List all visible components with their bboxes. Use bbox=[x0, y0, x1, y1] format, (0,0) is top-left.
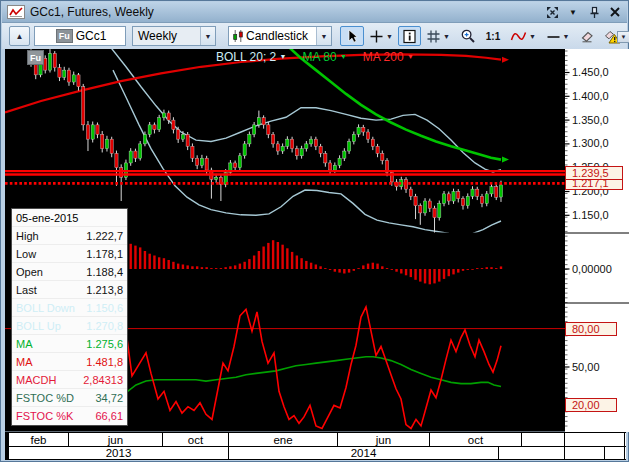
chart-style-value: Candlestick bbox=[246, 29, 316, 43]
chart-style-dropdown-arrow-icon: ▼ bbox=[316, 27, 331, 45]
month-row: febjunoctenejunoct bbox=[5, 432, 626, 447]
tooltip-row: Low1.178,1 bbox=[12, 245, 127, 263]
panel-scroll-button[interactable]: ▼ bbox=[617, 31, 629, 43]
tooltip-value: 1.213,8 bbox=[86, 281, 123, 298]
indicator-squiggle-icon bbox=[510, 29, 527, 43]
tooltip-label: BOLL Down bbox=[16, 299, 75, 316]
crosshair-icon bbox=[369, 29, 384, 44]
tooltip-value: 1.481,8 bbox=[86, 353, 123, 370]
macd-zero-label: 0,00000 bbox=[572, 263, 612, 275]
year-cell: 2013 bbox=[9, 447, 229, 459]
line-tool-button[interactable]: ▼ bbox=[542, 26, 573, 46]
tooltip-value: 66,61 bbox=[95, 407, 123, 425]
tooltip-row: MA1.275,6 bbox=[12, 335, 127, 353]
eraser-tool-button[interactable] bbox=[576, 26, 598, 46]
month-cell bbox=[522, 433, 565, 446]
grid-tool-button[interactable]: ▼ bbox=[423, 26, 453, 46]
price-tick-label: 1.450,0 bbox=[572, 66, 609, 78]
tooltip-value: 1.270,8 bbox=[86, 317, 123, 334]
app-chart-icon bbox=[7, 5, 25, 19]
alert-price-label[interactable]: 1.239,5 bbox=[565, 166, 623, 180]
tooltip-value: 1.188,4 bbox=[86, 263, 123, 280]
boll-dropdown-arrow-icon: ▼ bbox=[280, 53, 287, 60]
legend-ma200[interactable]: MA 200 ▼ bbox=[363, 50, 414, 64]
pin-icon[interactable] bbox=[585, 4, 603, 20]
tooltip-label: Open bbox=[16, 263, 43, 280]
one-to-one-button[interactable]: 1:1 bbox=[481, 26, 505, 46]
price-tick-label: 1.150,0 bbox=[572, 209, 609, 221]
period-value: Weekly bbox=[133, 29, 200, 43]
legend-ma80[interactable]: MA 80 ▼ bbox=[303, 50, 347, 64]
year-cell bbox=[499, 447, 565, 459]
tooltip-label: MA bbox=[16, 353, 33, 370]
symbol-input[interactable]: Fu GCc1 bbox=[34, 26, 126, 46]
tooltip-label: MA bbox=[16, 335, 33, 352]
tooltip-value: 1.178,1 bbox=[86, 245, 123, 262]
year-cell: 2014 bbox=[229, 447, 499, 459]
ma200-dropdown-arrow-icon: ▼ bbox=[407, 53, 414, 60]
chart-area[interactable]: BOLL 20; 2 ▼ MA 80 ▼ MA 200 ▼ Fu 05-ene-… bbox=[1, 49, 629, 462]
tooltip-date-row: 05-ene-2015 bbox=[12, 209, 127, 227]
tooltip-row: MA1.481,8 bbox=[12, 353, 127, 371]
collapse-toolbar-button[interactable]: ▲ bbox=[9, 26, 30, 46]
fullscreen-button[interactable] bbox=[543, 4, 561, 20]
chart-window: GCc1, Futures, Weekly ▼ ▲ Fu GCc1 Weekly… bbox=[0, 0, 629, 462]
month-cell: feb bbox=[9, 433, 69, 446]
tooltip-label: Last bbox=[16, 281, 37, 298]
price-tick-label: 1.400,0 bbox=[572, 90, 609, 102]
ma80-dropdown-arrow-icon: ▼ bbox=[340, 53, 347, 60]
tooltip-value: 1.150,6 bbox=[86, 299, 123, 316]
tooltip-label: High bbox=[16, 227, 39, 244]
symbol-value: GCc1 bbox=[76, 29, 107, 43]
cursor-tool-button[interactable] bbox=[340, 26, 364, 46]
indicator-legend: BOLL 20; 2 ▼ MA 80 ▼ MA 200 ▼ bbox=[216, 50, 414, 64]
tooltip-row: BOLL Up1.270,8 bbox=[12, 317, 127, 335]
month-cell: jun bbox=[69, 433, 163, 446]
tooltip-row: Last1.213,8 bbox=[12, 281, 127, 299]
tooltip-value: 34,72 bbox=[95, 389, 123, 406]
tooltip-row: MACDH2,84313 bbox=[12, 371, 127, 389]
magnifier-icon bbox=[460, 28, 476, 44]
titlebar: GCc1, Futures, Weekly ▼ bbox=[2, 2, 627, 23]
info-tool-button[interactable] bbox=[398, 26, 421, 46]
month-cell: oct bbox=[163, 433, 229, 446]
crosshair-tool-button[interactable]: ▼ bbox=[366, 26, 396, 46]
toolbar: ▲ Fu GCc1 Weekly ▼ Candlestick ▼ ▼ bbox=[2, 23, 627, 49]
year-cell bbox=[605, 447, 625, 459]
close-icon[interactable] bbox=[606, 4, 624, 20]
tooltip-date: 05-ene-2015 bbox=[16, 209, 78, 226]
legend-boll[interactable]: BOLL 20; 2 ▼ bbox=[216, 50, 287, 64]
panel-scroll-arrow-icon: ▼ bbox=[621, 34, 627, 40]
year-cell bbox=[565, 447, 605, 459]
data-tooltip: 05-ene-2015 High1.222,7Low1.178,1Open1.1… bbox=[11, 208, 128, 426]
tooltip-row: FSTOC %D34,72 bbox=[12, 389, 127, 407]
grid-icon bbox=[426, 29, 441, 44]
tooltip-value: 1.222,7 bbox=[86, 227, 123, 244]
zoom-tool-button[interactable] bbox=[457, 26, 479, 46]
instrument-badge: Fu bbox=[27, 50, 44, 65]
stoch-level-label: 80,00 bbox=[565, 322, 617, 336]
tooltip-value: 2,84313 bbox=[83, 371, 123, 388]
tooltip-label: FSTOC %D bbox=[16, 389, 74, 406]
info-icon bbox=[402, 29, 417, 44]
period-dropdown-arrow-icon: ▼ bbox=[200, 27, 215, 45]
titlebar-menu-arrow-icon[interactable]: ▼ bbox=[564, 4, 582, 20]
indicators-tool-button[interactable]: ▼ bbox=[507, 26, 539, 46]
period-select[interactable]: Weekly ▼ bbox=[132, 26, 216, 46]
tooltip-row: High1.222,7 bbox=[12, 227, 127, 245]
eraser-icon bbox=[579, 28, 595, 44]
cursor-icon bbox=[344, 28, 360, 44]
candlestick-icon bbox=[232, 29, 244, 43]
stoch-level-label: 20,00 bbox=[565, 398, 617, 412]
tooltip-label: FSTOC %K bbox=[16, 407, 73, 425]
chart-style-select[interactable]: Candlestick ▼ bbox=[228, 26, 332, 46]
instrument-type-badge: Fu bbox=[56, 29, 73, 43]
tooltip-row: FSTOC %K66,61 bbox=[12, 407, 127, 425]
month-cell: jun bbox=[338, 433, 430, 446]
year-row: 20132014 bbox=[5, 447, 626, 460]
month-cell: oct bbox=[430, 433, 522, 446]
tooltip-label: BOLL Up bbox=[16, 317, 61, 334]
tooltip-label: MACDH bbox=[16, 371, 56, 388]
tooltip-row: Open1.188,4 bbox=[12, 263, 127, 281]
tooltip-label: Low bbox=[16, 245, 36, 262]
